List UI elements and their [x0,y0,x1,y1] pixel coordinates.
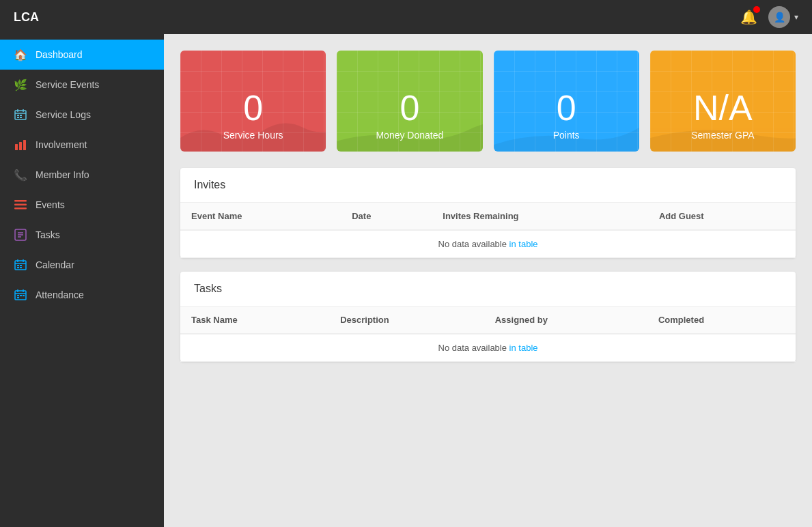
tasks-section: Tasks Task Name Description Assigned by … [180,272,796,362]
invites-no-data-text: No data available [438,239,509,249]
sidebar-label-attendance: Attendance [36,289,84,300]
home-icon: 🏠 [14,48,27,61]
header-right: 🔔 👤 ▾ [740,6,798,28]
svg-rect-9 [19,142,22,150]
svg-rect-13 [14,208,27,210]
chart-icon [14,138,27,152]
money-donated-value: 0 [400,90,419,126]
leaf-icon: 🌿 [14,78,27,91]
svg-rect-12 [14,204,27,206]
tasks-table: Task Name Description Assigned by Comple… [180,307,796,362]
invites-title: Invites [180,168,796,203]
sidebar-item-involvement[interactable]: Involvement [0,130,164,160]
points-label: Points [553,130,580,141]
tasks-col-assigned-by: Assigned by [484,307,647,334]
calendar2-icon [14,258,27,272]
tasks-col-description: Description [329,307,484,334]
sidebar-label-service-events: Service Events [36,79,99,90]
svg-rect-30 [17,295,19,296]
svg-rect-7 [20,117,22,118]
sidebar-item-dashboard[interactable]: 🏠 Dashboard [0,40,164,70]
svg-rect-24 [17,267,19,268]
invites-no-data-link: in table [509,239,538,249]
sidebar-label-involvement: Involvement [36,139,87,150]
stat-card-service-hours[interactable]: 0 Service Hours [180,51,326,152]
tasks-icon [14,228,27,242]
semester-gpa-value: N/A [693,90,753,126]
main-layout: 🏠 Dashboard 🌿 Service Events Servi [0,34,812,527]
svg-rect-8 [15,144,18,150]
invites-col-add-guest: Add Guest [648,203,796,230]
invites-empty-row: No data available in table [180,230,796,258]
points-value: 0 [557,90,576,126]
sidebar-item-service-events[interactable]: 🌿 Service Events [0,70,164,100]
money-donated-label: Money Donated [376,130,443,141]
sidebar: 🏠 Dashboard 🌿 Service Events Servi [0,34,164,527]
sidebar-item-attendance[interactable]: Attendance [0,280,164,310]
invites-no-data: No data available in table [180,230,796,258]
tasks-title: Tasks [180,272,796,307]
svg-rect-22 [17,265,19,266]
svg-rect-23 [20,265,22,266]
service-hours-label: Service Hours [223,130,283,141]
tasks-no-data: No data available in table [180,334,796,362]
tasks-no-data-text: No data available [438,343,509,353]
svg-rect-6 [17,117,19,118]
user-menu-button[interactable]: 👤 ▾ [768,6,798,28]
sidebar-item-tasks[interactable]: Tasks [0,220,164,250]
svg-rect-31 [20,295,22,296]
invites-section: Invites Event Name Date Invites Remainin… [180,168,796,258]
sidebar-label-events: Events [36,199,65,210]
tasks-no-data-link: in table [509,343,538,353]
tasks-col-task-name: Task Name [180,307,329,334]
notifications-button[interactable]: 🔔 [740,9,757,25]
svg-rect-5 [20,115,22,116]
stat-card-semester-gpa[interactable]: N/A Semester GPA [650,51,796,152]
tasks-empty-row: No data available in table [180,334,796,362]
sidebar-item-member-info[interactable]: 📞 Member Info [0,160,164,190]
sidebar-label-calendar: Calendar [36,259,74,270]
avatar: 👤 [768,6,790,28]
sidebar-item-calendar[interactable]: Calendar [0,250,164,280]
sidebar-label-service-logs: Service Logs [36,109,91,120]
phone-icon: 📞 [14,168,27,182]
user-icon: 👤 [774,12,785,23]
calendar-icon [14,108,27,122]
sidebar-label-tasks: Tasks [36,229,60,240]
app-title: LCA [14,10,39,25]
invites-col-event-name: Event Name [180,203,341,230]
service-hours-value: 0 [243,90,263,126]
events-icon [14,198,27,212]
sidebar-label-dashboard: Dashboard [36,49,83,60]
sidebar-item-service-logs[interactable]: Service Logs [0,100,164,130]
stat-card-money-donated[interactable]: 0 Money Donated [337,51,482,152]
svg-rect-10 [23,140,26,150]
chevron-down-icon: ▾ [794,12,798,22]
svg-rect-33 [17,297,19,298]
invites-table: Event Name Date Invites Remaining Add Gu… [180,203,796,258]
sidebar-item-events[interactable]: Events [0,190,164,220]
tasks-col-completed: Completed [647,307,796,334]
attendance-icon [14,288,27,302]
stat-card-points[interactable]: 0 Points [494,51,639,152]
invites-col-invites-remaining: Invites Remaining [432,203,648,230]
invites-col-date: Date [341,203,432,230]
svg-rect-4 [17,115,19,116]
semester-gpa-label: Semester GPA [691,130,754,141]
svg-rect-32 [23,295,25,296]
svg-rect-25 [20,267,22,268]
sidebar-label-member-info: Member Info [36,169,89,180]
notification-badge [753,6,760,13]
svg-rect-11 [14,200,27,202]
stat-cards: 0 Service Hours 0 Money Donated 0 Points [180,51,796,152]
main-content: 0 Service Hours 0 Money Donated 0 Points [164,34,812,527]
top-header: LCA 🔔 👤 ▾ [0,0,812,34]
